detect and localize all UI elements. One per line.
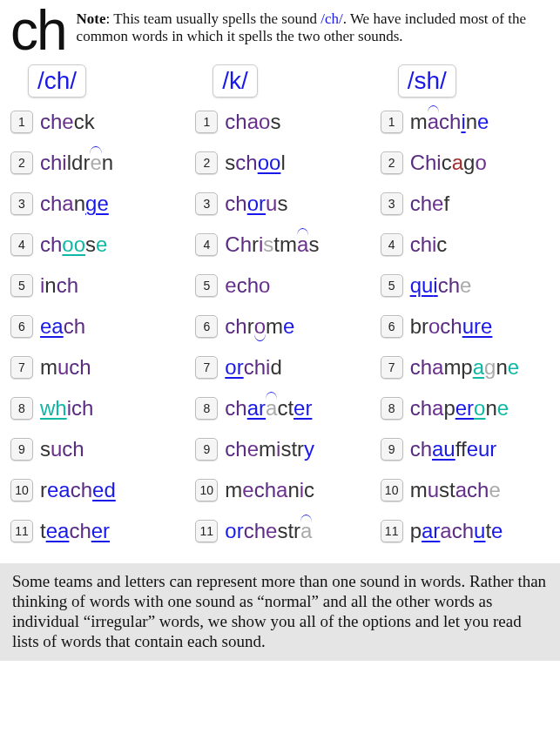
row-number-badge[interactable]: 3 (10, 192, 33, 215)
note-label: Note (77, 10, 106, 27)
word: parachute (410, 521, 503, 542)
word-segment: e (489, 478, 500, 501)
word-segment: n (466, 110, 477, 133)
word: orchid (225, 357, 281, 378)
row-number-badge[interactable]: 4 (10, 233, 33, 256)
note-sound: /ch/ (320, 10, 343, 27)
word-segment: e (283, 314, 294, 338)
row-number-badge[interactable]: 11 (10, 520, 33, 542)
word-segment: or (225, 519, 243, 542)
word: reached (40, 480, 116, 501)
word-row: 5quiche (381, 270, 550, 301)
word-segment: e (266, 519, 277, 542)
word-row: 9such (10, 434, 179, 465)
word-segment: s (263, 232, 273, 256)
row-number-badge[interactable]: 9 (10, 438, 33, 461)
word-segment: ct (277, 396, 293, 420)
row-number-badge[interactable]: 4 (195, 233, 218, 256)
word-segment: o (428, 314, 440, 338)
row-number-badge[interactable]: 7 (381, 356, 403, 379)
word-segment: r (247, 314, 254, 338)
word-segment: str (280, 437, 304, 461)
row-number-badge[interactable]: 6 (195, 315, 218, 338)
column-header[interactable]: /ch/ (28, 64, 86, 98)
column-1: /k/1chaos2school3chorus4Christmas5echo6c… (195, 64, 364, 556)
word-segment: a (266, 396, 277, 420)
row-number-badge[interactable]: 2 (10, 151, 33, 174)
word-segment: ff (455, 437, 467, 461)
word-row: 2Chicago (381, 147, 550, 178)
row-number-badge[interactable]: 2 (381, 151, 403, 174)
column-header[interactable]: /sh/ (398, 64, 456, 98)
row-number-badge[interactable]: 10 (381, 479, 403, 501)
word-segment: a (300, 519, 312, 542)
word-segment: a (276, 478, 287, 501)
word-row: 11parachute (381, 515, 550, 547)
word-segment: ch (244, 355, 266, 379)
word-segment: ch (452, 519, 474, 542)
row-number-badge[interactable]: 1 (195, 111, 218, 133)
word-segment: ch (438, 273, 460, 297)
word-segment: p (443, 396, 455, 420)
word-segment: or (247, 192, 266, 215)
word-row: 7orchid (195, 352, 364, 383)
word-segment: ch (40, 192, 62, 215)
word-segment: ch (254, 478, 276, 501)
word-segment: ch (225, 192, 246, 215)
columns: /ch/1check2children3change4choose5inch6e… (10, 64, 550, 556)
word-row: 10reached (10, 474, 179, 506)
row-number-badge[interactable]: 5 (10, 274, 33, 297)
row-number-badge[interactable]: 2 (195, 151, 218, 174)
row-number-badge[interactable]: 8 (381, 397, 403, 420)
word-segment: a (297, 232, 308, 256)
word-segment: er (455, 396, 474, 420)
row-number-badge[interactable]: 4 (381, 233, 403, 256)
word-segment: m (40, 355, 57, 379)
row-number-badge[interactable]: 7 (195, 356, 218, 379)
word-segment: r (40, 478, 47, 501)
row-number-badge[interactable]: 1 (381, 111, 403, 133)
word-segment: er (91, 519, 110, 542)
row-number-badge[interactable]: 9 (381, 438, 403, 461)
word-segment: e (242, 478, 253, 501)
column-header[interactable]: /k/ (213, 64, 258, 98)
row-number-badge[interactable]: 9 (195, 438, 218, 461)
row-number-badge[interactable]: 5 (195, 274, 218, 297)
row-number-badge[interactable]: 10 (10, 479, 33, 501)
word-row: 2school (195, 147, 364, 178)
word-segment: c (304, 478, 314, 501)
word-segment: s (270, 110, 280, 133)
word: chrome (225, 316, 294, 337)
word-segment: e (477, 110, 489, 133)
row-number-badge[interactable]: 5 (381, 274, 403, 297)
column-0: /ch/1check2children3change4choose5inch6e… (10, 64, 179, 556)
row-number-badge[interactable]: 6 (10, 315, 33, 338)
row-number-badge[interactable]: 7 (10, 356, 33, 379)
word-segment: ch (57, 273, 78, 297)
row-number-badge[interactable]: 10 (195, 479, 218, 501)
word-segment: e (460, 273, 471, 297)
word-segment: n (287, 478, 299, 501)
row-number-badge[interactable]: 8 (10, 397, 33, 420)
row-number-badge[interactable]: 3 (195, 192, 218, 215)
word-row: 6chrome (195, 311, 364, 342)
row-number-badge[interactable]: 11 (381, 520, 403, 542)
word-segment: ch (225, 110, 246, 133)
word-row: 11orchestra (195, 515, 364, 547)
word: much (40, 357, 91, 378)
word-segment: ure (462, 314, 493, 338)
row-number-badge[interactable]: 11 (195, 520, 218, 542)
word: Chicago (410, 152, 487, 173)
word-segment: m (410, 110, 428, 133)
word-segment: ea (46, 519, 70, 542)
word-segment: oo (62, 232, 85, 256)
word-segment: n (74, 192, 85, 215)
word: champagne (410, 357, 520, 378)
word: inch (40, 275, 78, 296)
row-number-badge[interactable]: 1 (10, 111, 33, 133)
row-number-badge[interactable]: 6 (381, 315, 403, 338)
row-number-badge[interactable]: 8 (195, 397, 218, 420)
word: orchestra (225, 521, 312, 542)
row-number-badge[interactable]: 3 (381, 192, 403, 215)
word: teacher (40, 521, 110, 542)
